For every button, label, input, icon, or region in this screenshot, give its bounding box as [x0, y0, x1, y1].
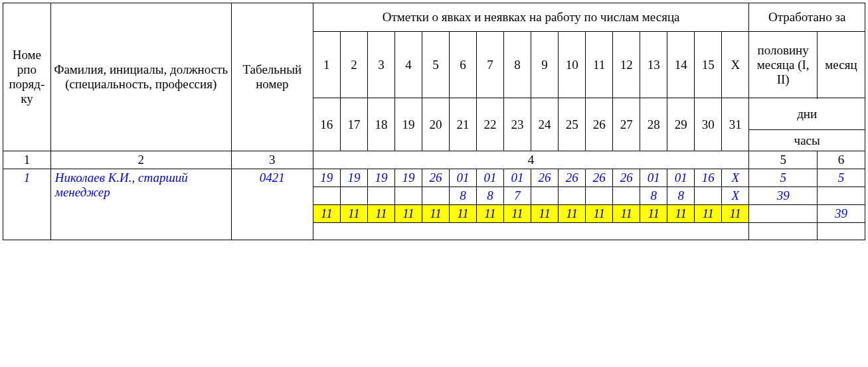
- r3c10: 11: [559, 205, 586, 223]
- r3c9: 11: [531, 205, 559, 223]
- col-header-month: месяц: [817, 32, 865, 98]
- day-4: 4: [394, 32, 422, 98]
- day-1: 1: [313, 32, 340, 98]
- r1c9: 26: [531, 169, 559, 187]
- day-13: 13: [640, 32, 667, 98]
- col-header-marks: Отметки о явках и неявках на работу по ч…: [313, 3, 749, 32]
- day-5: 5: [422, 32, 449, 98]
- r3c13: 11: [640, 205, 667, 223]
- day-25: 25: [559, 98, 586, 151]
- half-r2: 39: [749, 187, 818, 205]
- day-20: 20: [422, 98, 449, 151]
- colnum-row: 1 2 3 4 5 6: [3, 151, 865, 169]
- day-31: 31: [722, 98, 749, 151]
- day-7: 7: [477, 32, 504, 98]
- colnum-1: 1: [3, 151, 51, 169]
- day-23: 23: [504, 98, 531, 151]
- r3c14: 11: [667, 205, 695, 223]
- colnum-5: 5: [749, 151, 818, 169]
- r1c4: 19: [394, 169, 422, 187]
- month-r2: [817, 187, 865, 205]
- r2c5: [422, 187, 449, 205]
- day-x: X: [722, 32, 749, 98]
- r3c2: 11: [340, 205, 367, 223]
- r4-empty: [313, 223, 749, 240]
- half-r4: [749, 223, 818, 240]
- cell-num: 1: [3, 169, 51, 240]
- day-22: 22: [477, 98, 504, 151]
- day-12: 12: [613, 32, 640, 98]
- r1c16: X: [722, 169, 749, 187]
- r1c10: 26: [559, 169, 586, 187]
- r1c14: 01: [667, 169, 695, 187]
- day-21: 21: [450, 98, 477, 151]
- r1c5: 26: [422, 169, 449, 187]
- colnum-4: 4: [313, 151, 749, 169]
- col-header-name: Фамилия, инициалы, должность (специально…: [50, 3, 231, 151]
- r3c7: 11: [477, 205, 504, 223]
- r2c10: [559, 187, 586, 205]
- r3c6: 11: [450, 205, 477, 223]
- r3c4: 11: [394, 205, 422, 223]
- r1c3: 19: [367, 169, 394, 187]
- r1c7: 01: [477, 169, 504, 187]
- col-header-number: Номе рпо поряд-ку: [3, 3, 51, 151]
- r1c1: 19: [313, 169, 340, 187]
- day-3: 3: [367, 32, 394, 98]
- r1c2: 19: [340, 169, 367, 187]
- r2c8: 7: [504, 187, 531, 205]
- r3c3: 11: [367, 205, 394, 223]
- day-19: 19: [394, 98, 422, 151]
- day-17: 17: [340, 98, 367, 151]
- day-27: 27: [613, 98, 640, 151]
- day-8: 8: [504, 32, 531, 98]
- cell-tabno: 0421: [231, 169, 313, 240]
- month-r1: 5: [817, 169, 865, 187]
- day-2: 2: [340, 32, 367, 98]
- month-r4: [817, 223, 865, 240]
- header-row-1: Номе рпо поряд-ку Фамилия, инициалы, дол…: [3, 3, 865, 32]
- r1c6: 01: [450, 169, 477, 187]
- r2c12: [613, 187, 640, 205]
- r1c12: 26: [613, 169, 640, 187]
- r2c3: [367, 187, 394, 205]
- col-header-tabno: Табельный номер: [231, 3, 313, 151]
- r3c12: 11: [613, 205, 640, 223]
- r3c15: 11: [695, 205, 722, 223]
- r1c13: 01: [640, 169, 667, 187]
- r3c16: 11: [722, 205, 749, 223]
- r3c11: 11: [586, 205, 613, 223]
- half-r1: 5: [749, 169, 818, 187]
- day-26: 26: [586, 98, 613, 151]
- cell-name: Николаев К.И., старший менеджер: [50, 169, 231, 240]
- half-r3: [749, 205, 818, 223]
- day-30: 30: [695, 98, 722, 151]
- r3c1: 11: [313, 205, 340, 223]
- day-29: 29: [667, 98, 695, 151]
- label-hours: часы: [749, 130, 865, 151]
- day-28: 28: [640, 98, 667, 151]
- r2c13: 8: [640, 187, 667, 205]
- r2c2: [340, 187, 367, 205]
- r2c16: X: [722, 187, 749, 205]
- timesheet-table: Номе рпо поряд-ку Фамилия, инициалы, дол…: [3, 3, 865, 240]
- month-r3: 39: [817, 205, 865, 223]
- r2c11: [586, 187, 613, 205]
- colnum-2: 2: [50, 151, 231, 169]
- r2c14: 8: [667, 187, 695, 205]
- r3c8: 11: [504, 205, 531, 223]
- r1c15: 16: [695, 169, 722, 187]
- day-15: 15: [695, 32, 722, 98]
- day-9: 9: [531, 32, 559, 98]
- col-header-worked: Отработано за: [749, 3, 865, 32]
- r1c11: 26: [586, 169, 613, 187]
- day-24: 24: [531, 98, 559, 151]
- r2c9: [531, 187, 559, 205]
- day-6: 6: [450, 32, 477, 98]
- day-14: 14: [667, 32, 695, 98]
- day-11: 11: [586, 32, 613, 98]
- day-16: 16: [313, 98, 340, 151]
- colnum-6: 6: [817, 151, 865, 169]
- data-row-1: 1 Николаев К.И., старший менеджер 0421 1…: [3, 169, 865, 187]
- r2c4: [394, 187, 422, 205]
